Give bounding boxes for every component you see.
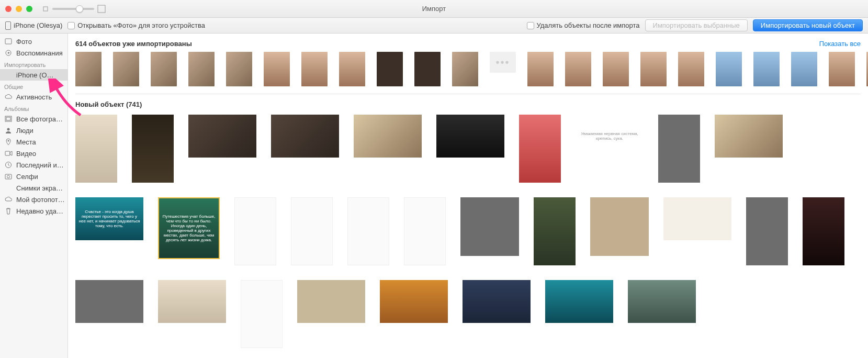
thumbnail[interactable] [791,52,817,86]
grid-item[interactable]: Путешествия учат больше, чем что бы то н… [158,197,220,259]
svg-point-13 [7,175,10,178]
sidebar-item-selfie[interactable]: Селфи [0,171,67,182]
grid-item[interactable] [132,115,174,183]
grid-item[interactable] [75,115,117,183]
grid-item[interactable] [803,197,844,265]
video-icon [4,149,13,158]
delete-after-label: Удалять объекты после импорта [537,21,640,29]
sidebar-item-label: Воспоминания [16,49,63,57]
sidebar-item-recently-deleted[interactable]: Недавно уда… [0,205,67,217]
all-photos-icon [4,115,13,123]
photos-icon [4,37,13,46]
thumbnail[interactable] [151,52,177,86]
trash-icon [4,207,13,215]
open-photos-label: Открывать «Фото» для этого устройства [77,21,205,29]
show-all-link[interactable]: Показать все [819,40,861,48]
thumbnail[interactable] [640,52,667,86]
sidebar-item-all-photos[interactable]: Все фотогра… [0,113,67,125]
places-icon [4,138,13,146]
grid-item[interactable] [463,280,531,323]
thumbnail[interactable] [414,52,441,86]
sidebar-item-places[interactable]: Места [0,136,67,148]
memories-icon [4,49,13,57]
sidebar-item-label: Фото [16,38,32,46]
thumbnail[interactable] [603,52,629,86]
grid-item[interactable] [436,115,504,158]
sidebar-item-label: Все фотогра… [16,115,63,123]
grid-item[interactable] [404,197,446,265]
grid-item[interactable] [75,280,143,323]
grid-item[interactable] [534,197,576,265]
imported-section-title: 614 объектов уже импортированы [75,40,192,48]
thumbnail[interactable] [678,52,704,86]
thumbnail[interactable] [753,52,780,86]
thumbnail[interactable] [226,52,252,86]
sidebar-item-video[interactable]: Видео [0,148,67,159]
svg-rect-6 [6,117,10,120]
sidebar-item-photos[interactable]: Фото [0,36,67,47]
grid-item[interactable] [715,115,783,158]
grid-item[interactable] [291,197,333,265]
grid-item[interactable] [663,197,731,240]
sidebar-group-import: Импортировать [0,59,67,69]
grid-item[interactable]: Уважаемая нервная система, крепись, сука… [576,115,644,158]
grid-item[interactable] [188,115,256,158]
import-toolbar: iPhone (Olesya) Открывать «Фото» для это… [0,18,868,33]
grid-item[interactable] [460,197,519,256]
selfie-icon [4,172,13,181]
grid-item[interactable] [746,197,788,265]
iphone-icon [5,21,11,30]
new-objects-grid: Уважаемая нервная система, крепись, сука… [75,115,861,348]
thumbnail[interactable] [527,52,554,86]
grid-item[interactable] [347,197,389,265]
grid-item[interactable] [628,280,696,323]
grid-item[interactable] [158,280,226,323]
more-thumbnails-icon[interactable]: ••• [490,52,516,73]
thumbnail[interactable] [377,52,403,86]
sidebar-item-label: Снимки экра… [16,184,63,192]
sidebar-item-label: Селфи [16,173,38,181]
sidebar-item-photostream[interactable]: Мой фотопот… [0,194,67,205]
import-selected-button[interactable]: Импортировать выбранные [645,19,748,31]
grid-item[interactable] [271,115,339,158]
grid-item[interactable] [354,115,422,158]
grid-item[interactable] [234,197,276,265]
grid-item[interactable] [658,115,700,183]
grid-item[interactable] [545,280,613,323]
sidebar-item-memories[interactable]: Воспоминания [0,47,67,59]
sidebar-item-activity[interactable]: Активность [0,91,67,103]
sidebar-item-people[interactable]: Люди [0,125,67,136]
import-new-button[interactable]: Импортировать новый объект [753,19,863,31]
thumbnail[interactable] [301,52,328,86]
thumbnail[interactable] [188,52,215,86]
svg-point-8 [8,140,9,142]
thumbnail[interactable] [339,52,365,86]
sidebar-item-screenshots[interactable]: Снимки экра… [0,182,67,194]
grid-item[interactable] [380,280,448,323]
sidebar-item-label: Видео [16,150,36,158]
grid-item[interactable]: Счастье - это когда душа перестает проси… [75,197,143,240]
delete-after-import-checkbox[interactable]: Удалять объекты после импорта [527,21,640,29]
thumbnail[interactable] [716,52,742,86]
open-photos-checkbox[interactable]: Открывать «Фото» для этого устройства [67,21,205,29]
thumbnail[interactable] [829,52,855,86]
already-imported-strip: ••• [75,52,861,92]
thumbnail[interactable] [452,52,478,86]
device-name: iPhone (Olesya) [14,21,62,29]
grid-item[interactable] [241,280,283,348]
checkbox-icon [527,22,534,29]
grid-item[interactable] [297,280,365,323]
sidebar-item-last-import[interactable]: Последний и… [0,159,67,171]
thumbnail[interactable] [565,52,591,86]
thumbnail[interactable] [264,52,290,86]
grid-item[interactable] [519,115,561,183]
svg-rect-9 [5,151,10,155]
svg-marker-10 [10,151,12,155]
window-title: Импорт [0,5,868,13]
cloud-icon [4,195,13,204]
grid-item[interactable] [590,197,649,256]
thumbnail[interactable] [75,52,102,86]
sidebar-item-iphone[interactable]: iPhone (O… [0,69,67,81]
thumbnail[interactable] [113,52,139,86]
svg-marker-4 [8,52,10,54]
